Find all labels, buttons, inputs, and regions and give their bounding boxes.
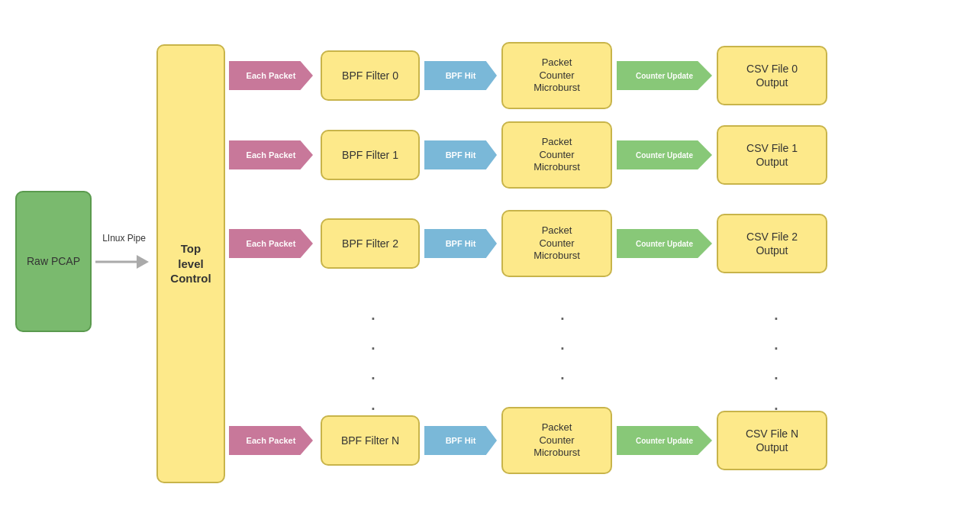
raw-pcap-box: Raw PCAP — [15, 191, 92, 332]
counter-update-arrow-1: Counter Update — [617, 140, 712, 169]
bpf-hit-arrow-0: BPF Hit — [424, 61, 497, 90]
pcm-box-0: PacketCounterMicroburst — [501, 42, 612, 109]
diagram: Raw PCAP LInux Pipe ToplevelControl Each… — [0, 0, 980, 526]
pcm-box-1: PacketCounterMicroburst — [501, 121, 612, 189]
top-level-control-box: ToplevelControl — [156, 44, 225, 483]
pcm-box-n: PacketCounterMicroburst — [501, 407, 612, 474]
csv-box-n: CSV File NOutput — [717, 411, 827, 470]
each-packet-arrow-n: Each Packet — [229, 426, 313, 455]
each-packet-arrow-2: Each Packet — [229, 229, 313, 258]
pcm-box-2: PacketCounterMicroburst — [501, 210, 612, 277]
dots-col-2: . . . . — [548, 298, 579, 418]
csv-box-0: CSV File 0Output — [717, 46, 827, 105]
counter-update-arrow-n: Counter Update — [617, 426, 712, 455]
counter-update-arrow-0: Counter Update — [617, 61, 712, 90]
csv-box-2: CSV File 2Output — [717, 214, 827, 273]
bpf-hit-arrow-n: BPF Hit — [424, 426, 497, 455]
linux-pipe-label: LInux Pipe — [95, 233, 153, 244]
linux-pipe-arrow — [95, 248, 153, 275]
each-packet-arrow-0: Each Packet — [229, 61, 313, 90]
counter-update-arrow-2: Counter Update — [617, 229, 712, 258]
bpf-hit-arrow-1: BPF Hit — [424, 140, 497, 169]
dots-col-3: . . . . — [762, 298, 792, 418]
each-packet-arrow-1: Each Packet — [229, 140, 313, 169]
bpf-filter-2-box: BPF Filter 2 — [321, 218, 420, 269]
bpf-filter-n-box: BPF Filter N — [321, 415, 420, 466]
bpf-hit-arrow-2: BPF Hit — [424, 229, 497, 258]
dots-col-1: . . . . — [359, 298, 389, 418]
csv-box-1: CSV File 1Output — [717, 125, 827, 185]
bpf-filter-0-box: BPF Filter 0 — [321, 50, 420, 101]
bpf-filter-1-box: BPF Filter 1 — [321, 130, 420, 180]
